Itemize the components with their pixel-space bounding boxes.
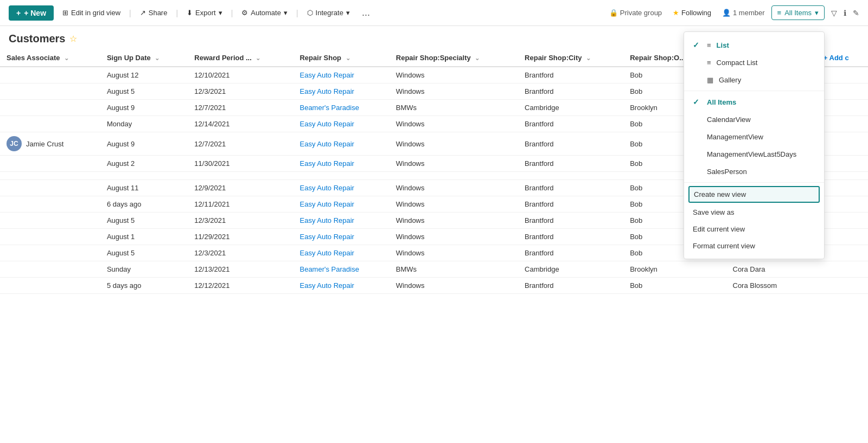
save-view-label: Save view as — [693, 208, 735, 216]
table-row: 5 days ago12/12/2021Easy Auto RepairWind… — [0, 278, 868, 294]
cell-repair-shop[interactable]: Easy Auto Repair — [293, 278, 389, 294]
separator-2: | — [176, 9, 178, 17]
col-repair-shop[interactable]: Repair Shop ⌄ — [293, 49, 389, 67]
edit-grid-button[interactable]: ⊞ Edit in grid view — [58, 7, 125, 19]
following-button[interactable]: ★ Following — [668, 7, 716, 19]
cell-repair-shop[interactable]: Easy Auto Repair — [293, 229, 389, 245]
cell-repair-shop[interactable]: Beamer's Paradise — [293, 261, 389, 278]
cell-sign-up-date: August 9 — [100, 100, 188, 116]
member-info: 👤 1 member — [722, 9, 765, 17]
create-new-view-button[interactable]: Create new view — [688, 186, 820, 203]
page-title: Customers — [9, 33, 65, 45]
repair-shop-link[interactable]: Easy Auto Repair — [299, 140, 354, 148]
col-repair-shop-specialty[interactable]: Repair Shop:Specialty ⌄ — [390, 49, 518, 67]
repair-shop-link[interactable]: Easy Auto Repair — [299, 249, 354, 257]
cell-city: Brantford — [518, 156, 623, 172]
cell-specialty: Windows — [390, 180, 518, 196]
cell-repair-shop[interactable]: Easy Auto Repair — [293, 67, 389, 84]
share-label: Share — [149, 9, 168, 17]
cell-repair-shop[interactable]: Beamer's Paradise — [293, 100, 389, 116]
view-type-gallery[interactable]: ✓ ▦ Gallery — [684, 71, 824, 88]
gallery-icon: ▦ — [707, 76, 713, 84]
view-selector-button[interactable]: ≡ All Items ▾ — [771, 5, 825, 20]
create-view-label: Create new view — [694, 190, 746, 198]
export-label: Export — [195, 9, 216, 17]
col-repair-shop-city[interactable]: Repair Shop:City ⌄ — [518, 49, 623, 67]
view-type-compact-list-label: Compact List — [717, 59, 758, 67]
automate-icon: ⚙ — [241, 9, 248, 17]
repair-shop-link[interactable]: Easy Auto Repair — [299, 71, 354, 79]
format-current-view-button[interactable]: Format current view — [684, 237, 824, 254]
cell-sign-up-date: August 11 — [100, 180, 188, 196]
cell-specialty: Windows — [390, 67, 518, 84]
all-items-label: All Items — [707, 98, 736, 106]
cell-repair-shop[interactable]: Easy Auto Repair — [293, 180, 389, 196]
cell-sign-up-date: August 1 — [100, 229, 188, 245]
compact-list-icon: ≡ — [707, 59, 711, 67]
repair-shop-link[interactable]: Easy Auto Repair — [299, 200, 354, 208]
cell-repair-shop[interactable]: Easy Auto Repair — [293, 196, 389, 213]
export-button[interactable]: ⬇ Export ▾ — [182, 7, 227, 19]
repair-shop-link[interactable]: Easy Auto Repair — [299, 281, 354, 290]
cell-add — [817, 278, 868, 294]
col-reward-period[interactable]: Reward Period ... ⌄ — [188, 49, 293, 67]
saved-view-management[interactable]: ✓ ManagementView — [684, 128, 824, 145]
integrate-button[interactable]: ⬡ Integrate ▾ — [303, 7, 354, 19]
cell-specialty: Windows — [390, 156, 518, 172]
export-icon: ⬇ — [187, 9, 193, 17]
cell-reward-period: 12/3/2021 — [188, 245, 293, 261]
cell-repair-shop[interactable] — [293, 172, 389, 180]
saved-view-salesperson[interactable]: ✓ SalesPerson — [684, 163, 824, 180]
chevron-down-icon-2: ▾ — [284, 9, 288, 17]
repair-shop-link[interactable]: Easy Auto Repair — [299, 233, 354, 241]
cell-specialty: Windows — [390, 84, 518, 100]
repair-shop-link[interactable]: Easy Auto Repair — [299, 184, 354, 192]
saved-view-all-items[interactable]: ✓ All Items — [684, 93, 824, 111]
cell-repair-shop[interactable]: Easy Auto Repair — [293, 156, 389, 172]
filter-icon[interactable]: ▽ — [831, 9, 837, 17]
private-group-label: 🔒 Private group — [609, 9, 662, 17]
share-button[interactable]: ↗ Share — [136, 7, 172, 19]
cell-city: Brantford — [518, 278, 623, 294]
col-sign-up-date[interactable]: Sign Up Date ⌄ — [100, 49, 188, 67]
toolbar-left: + + New ⊞ Edit in grid view | ↗ Share | … — [9, 5, 373, 21]
edit-icon[interactable]: ✎ — [853, 9, 859, 17]
automate-button[interactable]: ⚙ Automate ▾ — [237, 7, 292, 19]
cell-city — [518, 172, 623, 180]
cell-sign-up-date: August 2 — [100, 156, 188, 172]
cell-reward-period: 12/7/2021 — [188, 100, 293, 116]
cell-reward-period: 12/14/2021 — [188, 116, 293, 132]
info-icon[interactable]: ℹ — [844, 9, 846, 17]
cell-add — [817, 261, 868, 278]
cell-specialty: Windows — [390, 116, 518, 132]
saved-view-management-last5[interactable]: ✓ ManagementViewLast5Days — [684, 145, 824, 163]
cell-reward-period: 12/3/2021 — [188, 84, 293, 100]
view-type-compact-list[interactable]: ✓ ≡ Compact List — [684, 54, 824, 71]
list-icon: ≡ — [777, 9, 782, 17]
more-button[interactable]: ... — [359, 6, 373, 20]
repair-shop-link[interactable]: Beamer's Paradise — [299, 104, 359, 112]
cell-repair-shop[interactable]: Easy Auto Repair — [293, 132, 389, 156]
cell-sign-up-date — [100, 172, 188, 180]
save-view-as-button[interactable]: Save view as — [684, 204, 824, 221]
repair-shop-link[interactable]: Beamer's Paradise — [299, 265, 359, 273]
cell-specialty: Windows — [390, 245, 518, 261]
view-type-list[interactable]: ✓ ≡ List — [684, 36, 824, 54]
cell-repair-shop[interactable]: Easy Auto Repair — [293, 245, 389, 261]
repair-shop-link[interactable]: Easy Auto Repair — [299, 120, 354, 128]
cell-sales-associate — [0, 172, 100, 180]
edit-current-view-button[interactable]: Edit current view — [684, 221, 824, 237]
col-sales-associate[interactable]: Sales Associate ⌄ — [0, 49, 100, 67]
member-count: 1 member — [733, 9, 765, 17]
new-button[interactable]: + + New — [9, 5, 54, 21]
repair-shop-link[interactable]: Easy Auto Repair — [299, 216, 354, 224]
repair-shop-link[interactable]: Easy Auto Repair — [299, 87, 354, 95]
favorite-icon[interactable]: ☆ — [69, 34, 77, 44]
repair-shop-link[interactable]: Easy Auto Repair — [299, 159, 354, 168]
cell-repair-shop[interactable]: Easy Auto Repair — [293, 116, 389, 132]
cell-repair-shop[interactable]: Easy Auto Repair — [293, 84, 389, 100]
cell-repair-shop[interactable]: Easy Auto Repair — [293, 213, 389, 229]
cell-specialty: Windows — [390, 278, 518, 294]
saved-view-calendar[interactable]: ✓ CalendarView — [684, 111, 824, 128]
cell-sales-associate — [0, 278, 100, 294]
